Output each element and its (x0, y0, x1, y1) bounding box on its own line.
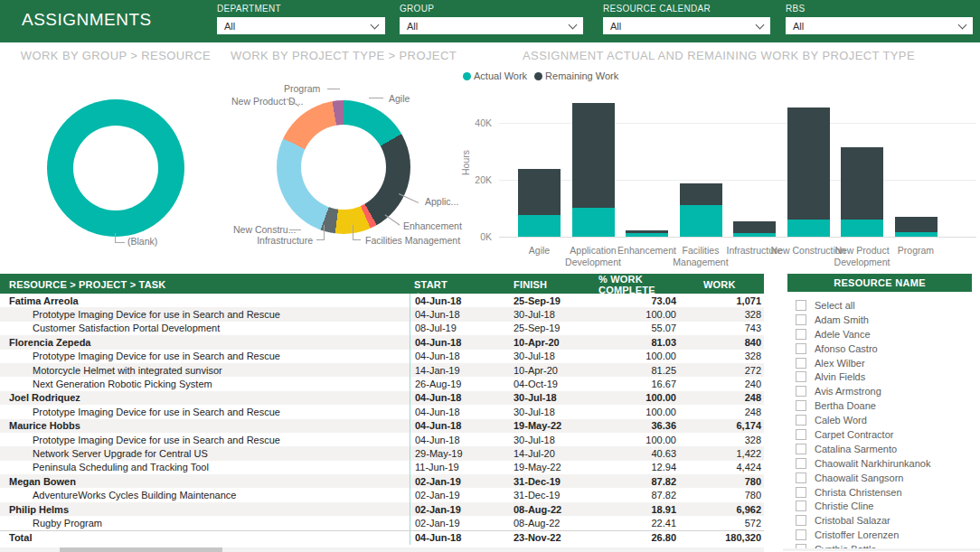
slicer-item-label: Caleb Word (815, 415, 867, 426)
table-row-child[interactable]: Next Generation Robotic Picking System26… (0, 377, 764, 390)
checkbox-icon[interactable] (796, 487, 806, 498)
column-header-finish[interactable]: FINISH (509, 279, 595, 290)
bar-agile[interactable] (518, 169, 561, 237)
checkbox-icon[interactable] (796, 501, 806, 511)
checkbox-icon[interactable] (796, 386, 806, 397)
bar-segment-remaining-work[interactable] (787, 108, 830, 220)
bar-segment-actual-work[interactable] (626, 233, 668, 237)
checkbox-icon[interactable] (796, 300, 806, 311)
slicer-item-carpet-contractor[interactable]: Carpet Contractor (783, 427, 980, 442)
table-row-total[interactable]: Total04-Jun-1823-Nov-2226.80180,320 (0, 530, 764, 545)
bar-segment-actual-work[interactable] (680, 205, 722, 237)
bar-segment-actual-work[interactable] (895, 232, 938, 237)
bar-segment-actual-work[interactable] (841, 220, 883, 237)
dropdown-rbs[interactable]: All (786, 17, 973, 34)
slicer-item-catalina-sarmento[interactable]: Catalina Sarmento (783, 442, 980, 456)
donut-chart-work-by-group[interactable] (47, 99, 184, 237)
column-header-pct-complete[interactable]: % WORK COMPLETE (595, 274, 696, 295)
bar-segment-remaining-work[interactable] (841, 147, 883, 220)
table-row-child[interactable]: Network Server Upgrade for Central US29-… (0, 446, 764, 460)
checkbox-icon[interactable] (796, 415, 806, 426)
checkbox-icon[interactable] (796, 444, 806, 454)
slicer-item-alvin-fields[interactable]: Alvin Fields (783, 370, 980, 384)
table-row-parent[interactable]: Maurice Hobbs04-Jun-1819-May-2236.366,17… (0, 419, 764, 433)
bar-segment-remaining-work[interactable] (518, 169, 561, 215)
dropdown-group[interactable]: All (400, 17, 583, 34)
legend-item-actual-work[interactable]: Actual Work (463, 70, 527, 81)
table-row-child[interactable]: Rugby Program02-Jan-1908-Aug-2222.41572 (0, 516, 764, 529)
table-row-child[interactable]: Peninsula Scheduling and Tracking Tool11… (0, 461, 764, 474)
cell-finish: 04-Oct-19 (509, 379, 595, 389)
bar-segment-actual-work[interactable] (733, 233, 776, 237)
bar-enhancement[interactable] (626, 230, 668, 237)
cell-task: Joel Rodriquez (0, 392, 410, 403)
slicer-item-bertha-doane[interactable]: Bertha Doane (783, 398, 980, 413)
checkbox-icon[interactable] (796, 358, 806, 369)
dropdown-resource-calendar[interactable]: All (603, 17, 770, 34)
cell-work: 780 (696, 490, 764, 501)
slicer-item-chaowalit-narkhirunkanok[interactable]: Chaowalit Narkhirunkanok (783, 456, 980, 471)
bar-facilities-management[interactable] (680, 183, 722, 237)
filter-label: DEPARTMENT (217, 4, 385, 14)
bar-segment-remaining-work[interactable] (895, 217, 938, 232)
cell-task: Network Server Upgrade for Central US (0, 448, 410, 459)
legend-item-remaining-work[interactable]: Remaining Work (534, 70, 618, 81)
table-row-child[interactable]: Prototype Imaging Device for use in Sear… (0, 307, 764, 321)
bar-new-construction[interactable] (787, 108, 830, 237)
bar-new-product-development[interactable] (841, 147, 883, 237)
slicer-item-afonso-castro[interactable]: Afonso Castro (783, 341, 980, 356)
table-row-child[interactable]: AdventureWorks Cycles Building Maintenan… (0, 488, 764, 501)
table-row-child[interactable]: Motorcycle Helmet with integrated sunvis… (0, 363, 764, 377)
table-row-parent[interactable]: Fatima Arreola04-Jun-1825-Sep-1973.041,0… (0, 294, 764, 307)
slicer-item-cristoffer-lorenzen[interactable]: Cristoffer Lorenzen (783, 528, 980, 542)
slicer-item-caleb-word[interactable]: Caleb Word (783, 413, 980, 427)
slicer-item-alex-wilber[interactable]: Alex Wilber (783, 356, 980, 370)
checkbox-icon[interactable] (796, 400, 806, 411)
checkbox-icon[interactable] (796, 472, 806, 483)
slicer-item-chaowalit-sangsorn[interactable]: Chaowalit Sangsorn (783, 471, 980, 485)
table-row-parent[interactable]: Philip Helms02-Jan-1908-Aug-2218.916,962 (0, 502, 764, 516)
checkbox-icon[interactable] (796, 529, 806, 540)
checkbox-icon[interactable] (796, 343, 806, 354)
slicer-item-adam-smith[interactable]: Adam Smith (783, 313, 980, 327)
bar-segment-actual-work[interactable] (787, 220, 830, 237)
slicer-item-avis-armstrong[interactable]: Avis Armstrong (783, 384, 980, 398)
slicer-item-adele-vance[interactable]: Adele Vance (783, 327, 980, 341)
slicer-item-select-all[interactable]: Select all (783, 298, 980, 313)
slicer-scrollbar-track[interactable] (783, 548, 980, 551)
checkbox-icon[interactable] (796, 515, 806, 526)
table-row-child[interactable]: Customer Satisfaction Portal Development… (0, 322, 764, 335)
checkbox-icon[interactable] (796, 371, 806, 382)
checkbox-icon[interactable] (796, 314, 806, 325)
slicer-item-cristobal-salazar[interactable]: Cristobal Salazar (783, 513, 980, 528)
checkbox-icon[interactable] (796, 458, 806, 469)
bar-segment-remaining-work[interactable] (572, 103, 615, 208)
bar-infrastructure[interactable] (733, 221, 776, 237)
dropdown-department[interactable]: All (217, 17, 385, 34)
column-header-work[interactable]: WORK (696, 279, 764, 290)
table-row-child[interactable]: Prototype Imaging Device for use in Sear… (0, 350, 764, 363)
bar-application-development[interactable] (572, 103, 615, 237)
column-header-start[interactable]: START ▲ (410, 279, 509, 290)
checkbox-icon[interactable] (796, 329, 806, 340)
table-horizontal-scrollbar[interactable] (0, 547, 764, 552)
table-row-child[interactable]: Prototype Imaging Device for use in Sear… (0, 433, 764, 446)
dropdown-value: All (407, 21, 418, 32)
table-row-parent[interactable]: Joel Rodriquez04-Jun-1830-Jul-18100.0024… (0, 391, 764, 405)
bar-segment-remaining-work[interactable] (680, 183, 722, 205)
checkbox-icon[interactable] (796, 429, 806, 440)
dropdown-value: All (224, 21, 235, 32)
table-row-parent[interactable]: Megan Bowen02-Jan-1931-Dec-1987.82780 (0, 474, 764, 488)
bar-program[interactable] (895, 217, 938, 237)
table-row-child[interactable]: Prototype Imaging Device for use in Sear… (0, 405, 764, 418)
scrollbar-thumb[interactable] (60, 547, 222, 552)
bar-segment-actual-work[interactable] (518, 215, 561, 237)
slicer-item-christie-cline[interactable]: Christie Cline (783, 499, 980, 513)
bar-segment-actual-work[interactable] (572, 208, 615, 237)
slicer-item-christa-christensen[interactable]: Christa Christensen (783, 485, 980, 500)
cell-work: 248 (696, 407, 764, 417)
bar-segment-remaining-work[interactable] (733, 221, 776, 233)
column-header-task[interactable]: RESOURCE > PROJECT > TASK (0, 279, 410, 290)
table-row-parent[interactable]: Florencia Zepeda04-Jun-1810-Apr-2081.038… (0, 335, 764, 349)
donut-chart-work-by-project-type[interactable] (277, 100, 410, 234)
